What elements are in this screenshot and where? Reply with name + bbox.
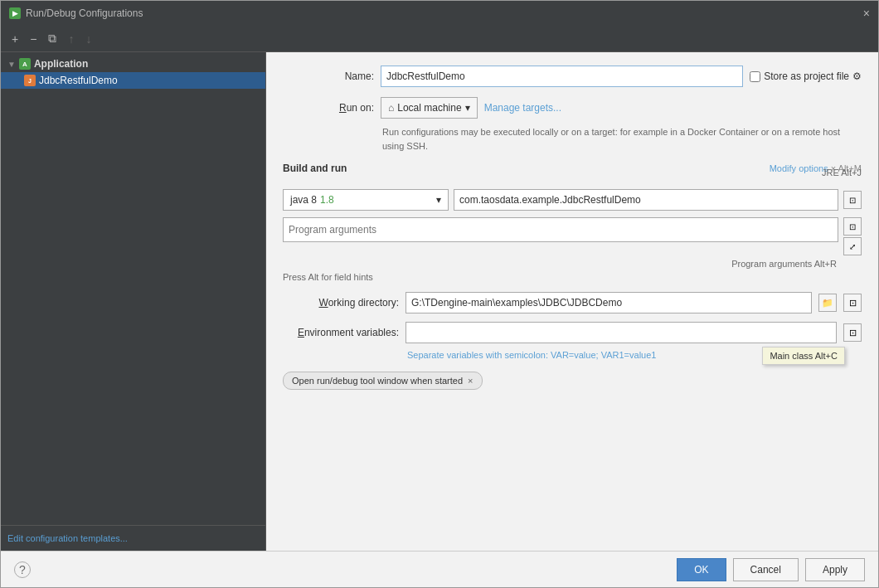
sidebar-item-jdbc[interactable]: J JdbcRestfulDemo [1, 72, 265, 89]
manage-targets-link[interactable]: Manage targets... [484, 102, 561, 114]
run-debug-dialog: ▶ Run/Debug Configurations × + − ⧉ ↑ ↓ ▼… [0, 0, 879, 588]
working-dir-browse-button[interactable]: 📁 [818, 294, 837, 312]
env-vars-expand-button[interactable]: ⊡ [843, 323, 862, 342]
sidebar-item-application[interactable]: ▼ A Application [1, 56, 265, 72]
press-alt-hint: Press Alt for field hints [283, 272, 862, 282]
args-expand-button[interactable]: ⊡ [843, 217, 862, 236]
jdbc-item-label: JdbcRestfulDemo [39, 75, 118, 86]
store-as-project-checkbox[interactable] [750, 71, 760, 82]
local-machine-dropdown[interactable]: ⌂ Local machine ▾ [381, 97, 478, 119]
application-type-icon: A [19, 58, 31, 70]
program-args-input[interactable] [283, 217, 838, 242]
main-class-shortcut: Main class Alt+C [770, 351, 838, 361]
java-version-dropdown[interactable]: java 8 1.8 ▾ [283, 189, 449, 211]
edit-templates-link[interactable]: Edit configuration templates... [7, 533, 128, 543]
ok-button[interactable]: OK [677, 558, 726, 581]
toolbar: + − ⧉ ↑ ↓ [1, 26, 878, 52]
application-label: Application [34, 58, 88, 70]
store-label-text: Store as project file [764, 70, 849, 82]
args-expand-buttons: ⊡ ⤢ [843, 217, 862, 255]
apply-button[interactable]: Apply [805, 558, 865, 581]
jre-label: JRE Alt+J [822, 168, 862, 177]
main-class-input[interactable] [454, 189, 838, 211]
expand-arrow-icon: ▼ [7, 60, 16, 69]
remove-config-button[interactable]: − [26, 30, 41, 48]
tags-area: Open run/debug tool window when started … [283, 372, 862, 390]
title-bar-left: ▶ Run/Debug Configurations [9, 7, 143, 19]
name-label: Name: [283, 70, 374, 82]
build-run-title: Build and run [283, 163, 347, 174]
store-as-project-label: Store as project file ⚙ [750, 70, 862, 82]
help-button[interactable]: ? [14, 561, 31, 578]
add-config-button[interactable]: + [7, 30, 22, 48]
gear-icon: ⚙ [852, 70, 862, 82]
sep-hint-prefix: Separate variables with semicolon: VAR=v… [407, 350, 629, 360]
cancel-button[interactable]: Cancel [733, 558, 799, 581]
run-on-row: Run on: ⌂ Local machine ▾ Manage targets… [283, 97, 862, 119]
open-tool-window-close-icon[interactable]: × [468, 376, 473, 386]
hint-text: Run configurations may be executed local… [382, 125, 862, 153]
open-tool-window-label: Open run/debug tool window when started [292, 376, 463, 386]
local-machine-label: Local machine [397, 102, 461, 114]
working-dir-expand-button[interactable]: ⊡ [843, 294, 862, 312]
main-class-expand-button[interactable]: ⊡ [843, 191, 862, 209]
args-fullscreen-button[interactable]: ⤢ [843, 237, 862, 255]
sep-hint-link[interactable]: value1 [629, 350, 656, 360]
java-label: java 8 [290, 194, 317, 206]
sidebar-tree: ▼ A Application J JdbcRestfulDemo [1, 52, 265, 525]
env-vars-row: Environment variables: ⊡ [283, 322, 862, 343]
right-panel: Name: Store as project file ⚙ Run on: ⌂ … [266, 52, 878, 551]
java-dropdown-arrow: ▾ [436, 194, 441, 206]
program-args-shortcut: Program arguments Alt+R [283, 259, 862, 269]
working-dir-row: Working directory: 📁 ⊡ [283, 292, 862, 313]
move-down-button[interactable]: ↓ [81, 30, 95, 48]
build-run-section-header: Build and run Modify options × Alt+M [283, 163, 862, 174]
java-config-icon: J [24, 75, 36, 86]
title-bar: ▶ Run/Debug Configurations × [1, 1, 878, 26]
main-class-tooltip: Main class Alt+C [762, 347, 845, 365]
working-dir-input[interactable] [406, 292, 812, 313]
footer: ? OK Cancel Apply [1, 551, 878, 587]
dialog-title: Run/Debug Configurations [26, 7, 143, 19]
open-tool-window-tag[interactable]: Open run/debug tool window when started … [283, 372, 483, 390]
move-up-button[interactable]: ↑ [64, 30, 78, 48]
env-vars-label: Environment variables: [283, 327, 399, 338]
main-content: ▼ A Application J JdbcRestfulDemo Edit c… [1, 52, 878, 551]
copy-config-button[interactable]: ⧉ [44, 29, 61, 48]
home-icon: ⌂ [388, 102, 394, 114]
sidebar-footer: Edit configuration templates... [1, 525, 265, 551]
modify-options-label: Modify options [770, 163, 828, 173]
dropdown-arrow-icon: ▾ [465, 102, 470, 114]
name-input[interactable] [381, 66, 743, 87]
run-on-label: Run on: [283, 102, 374, 114]
working-dir-label: Working directory: [283, 297, 399, 309]
program-args-row: ⊡ ⤢ [283, 217, 862, 255]
close-button[interactable]: × [863, 7, 870, 20]
java-version-tag: 1.8 [320, 194, 334, 206]
dialog-icon: ▶ [9, 7, 21, 19]
sidebar: ▼ A Application J JdbcRestfulDemo Edit c… [1, 52, 266, 551]
env-vars-input[interactable] [406, 322, 837, 343]
name-row: Name: Store as project file ⚙ [283, 66, 862, 87]
